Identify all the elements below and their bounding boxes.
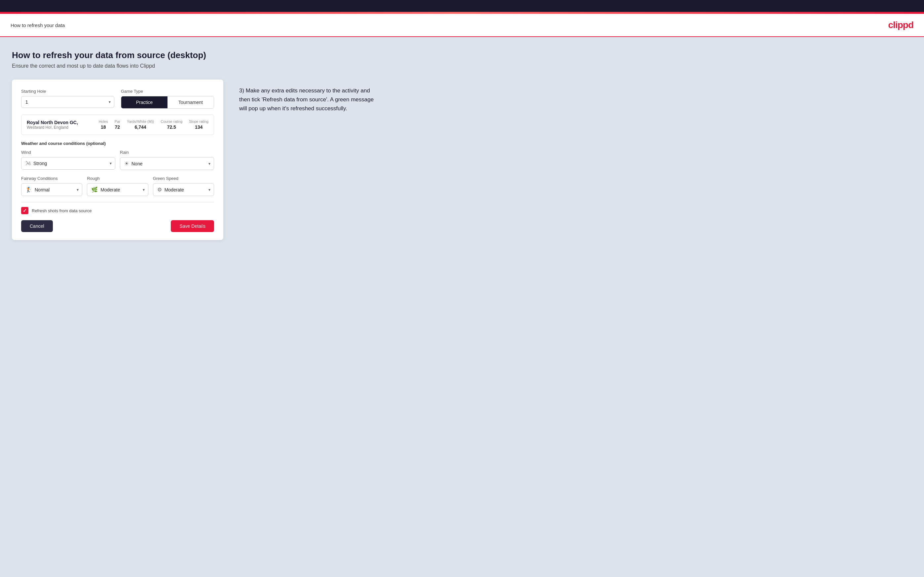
page-subheading: Ensure the correct and most up to date d… — [12, 63, 912, 69]
starting-hole-chevron-icon: ▾ — [109, 100, 111, 104]
course-card: Royal North Devon GC, Westward Ho!, Engl… — [21, 114, 214, 135]
green-speed-icon: ⚙ — [157, 187, 162, 193]
holes-label: Holes — [99, 119, 108, 124]
course-location: Westward Ho!, England — [27, 125, 94, 130]
side-note-text: 3) Make any extra edits necessary to the… — [239, 86, 378, 113]
slope-rating-label: Slope rating — [189, 119, 208, 124]
refresh-checkbox-row: ✓ Refresh shots from data source — [21, 207, 214, 214]
green-speed-chevron-icon: ▾ — [208, 187, 210, 192]
wind-value: Strong — [33, 161, 111, 166]
rain-group: Rain ☀ None ▾ — [120, 150, 214, 170]
course-rating-label: Course rating — [160, 119, 183, 124]
refresh-checkbox[interactable]: ✓ — [21, 207, 28, 214]
wind-chevron-icon: ▾ — [110, 161, 111, 166]
rain-select[interactable]: ☀ None ▾ — [120, 157, 214, 170]
holes-stat: Holes 18 — [99, 119, 108, 130]
header-title: How to refresh your data — [11, 23, 65, 28]
rough-select[interactable]: 🌿 Moderate ▾ — [87, 183, 148, 196]
side-note: 3) Make any extra edits necessary to the… — [239, 79, 912, 113]
fairway-value: Normal — [35, 187, 78, 192]
course-rating-stat: Course rating 72.5 — [160, 119, 183, 130]
rain-value: None — [131, 161, 210, 166]
rough-chevron-icon: ▾ — [143, 187, 145, 192]
refresh-label: Refresh shots from data source — [32, 208, 92, 213]
rain-label: Rain — [120, 150, 214, 155]
logo: clippd — [888, 20, 913, 31]
form-panel: Starting Hole 1 ▾ Game Type Practice Tou… — [12, 79, 223, 240]
green-speed-select[interactable]: ⚙ Moderate ▾ — [153, 183, 214, 196]
wind-icon: 🌬 — [26, 160, 31, 166]
wind-rain-row: Wind 🌬 Strong ▾ Rain ☀ None ▾ — [21, 150, 214, 170]
rain-icon: ☀ — [124, 160, 129, 167]
rough-label: Rough — [87, 176, 148, 181]
checkmark-icon: ✓ — [23, 208, 27, 213]
starting-hole-label: Starting Hole — [21, 89, 114, 94]
save-details-button[interactable]: Save Details — [171, 220, 214, 232]
starting-hole-group: Starting Hole 1 ▾ — [21, 89, 114, 109]
wind-group: Wind 🌬 Strong ▾ — [21, 150, 115, 170]
green-speed-label: Green Speed — [153, 176, 214, 181]
green-speed-group: Green Speed ⚙ Moderate ▾ — [153, 176, 214, 196]
content-layout: Starting Hole 1 ▾ Game Type Practice Tou… — [12, 79, 912, 240]
wind-select[interactable]: 🌬 Strong ▾ — [21, 157, 115, 170]
course-name: Royal North Devon GC, — [27, 120, 94, 125]
slope-rating-value: 134 — [195, 124, 202, 130]
wind-label: Wind — [21, 150, 115, 155]
par-label: Par — [115, 119, 120, 124]
course-stats: Holes 18 Par 72 Yards/White (M)) 6,744 C… — [99, 119, 208, 130]
starting-hole-value: 1 — [26, 99, 110, 105]
rough-group: Rough 🌿 Moderate ▾ — [87, 176, 148, 196]
conditions-bottom-row: Fairway Conditions 🏌 Normal ▾ Rough 🌿 Mo… — [21, 176, 214, 196]
starting-hole-select[interactable]: 1 ▾ — [21, 96, 114, 108]
green-speed-value: Moderate — [165, 187, 210, 192]
slope-rating-stat: Slope rating 134 — [189, 119, 208, 130]
rough-value: Moderate — [100, 187, 144, 192]
form-divider — [21, 202, 214, 202]
game-type-group: Game Type Practice Tournament — [121, 89, 214, 109]
page-heading: How to refresh your data from source (de… — [12, 50, 912, 60]
par-value: 72 — [115, 124, 120, 130]
rough-icon: 🌿 — [91, 187, 98, 193]
page-header: How to refresh your data clippd — [0, 14, 924, 37]
fairway-icon: 🏌 — [26, 187, 32, 193]
rain-chevron-icon: ▾ — [208, 161, 210, 166]
cancel-button[interactable]: Cancel — [21, 220, 53, 232]
form-actions: Cancel Save Details — [21, 220, 214, 232]
yards-value: 6,744 — [135, 124, 146, 130]
game-type-toggle: Practice Tournament — [121, 96, 214, 109]
practice-button[interactable]: Practice — [121, 97, 168, 108]
top-form-row: Starting Hole 1 ▾ Game Type Practice Tou… — [21, 89, 214, 109]
holes-value: 18 — [101, 124, 106, 130]
main-content: How to refresh your data from source (de… — [0, 37, 924, 577]
yards-label: Yards/White (M)) — [127, 119, 154, 124]
fairway-group: Fairway Conditions 🏌 Normal ▾ — [21, 176, 82, 196]
fairway-label: Fairway Conditions — [21, 176, 82, 181]
game-type-label: Game Type — [121, 89, 214, 94]
fairway-chevron-icon: ▾ — [77, 187, 79, 192]
tournament-button[interactable]: Tournament — [168, 97, 214, 108]
course-rating-value: 72.5 — [167, 124, 176, 130]
par-stat: Par 72 — [115, 119, 120, 130]
yards-stat: Yards/White (M)) 6,744 — [127, 119, 154, 130]
conditions-section-label: Weather and course conditions (optional) — [21, 141, 214, 146]
course-info: Royal North Devon GC, Westward Ho!, Engl… — [27, 120, 94, 130]
fairway-select[interactable]: 🏌 Normal ▾ — [21, 183, 82, 196]
